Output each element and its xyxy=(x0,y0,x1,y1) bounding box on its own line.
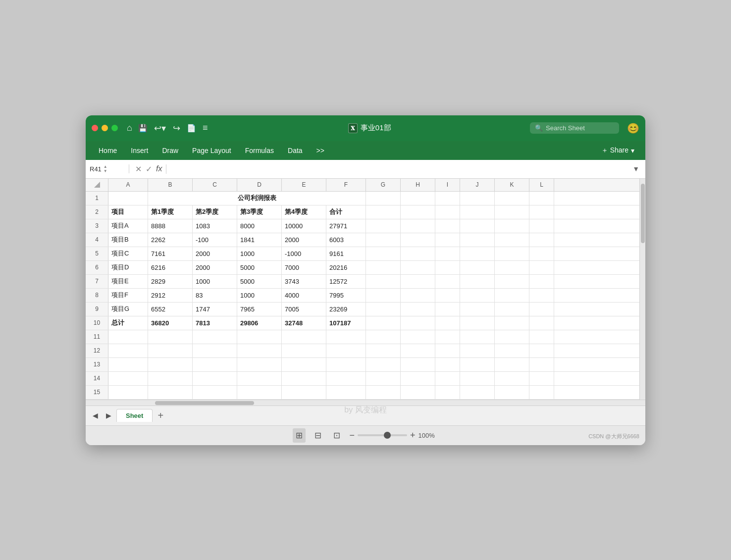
share-button[interactable]: ＋ Share ▾ xyxy=(596,144,639,157)
cell-l10[interactable] xyxy=(529,316,554,330)
cell-g12[interactable] xyxy=(366,344,401,357)
cell-d13[interactable] xyxy=(237,358,282,371)
cell-j1[interactable] xyxy=(460,192,495,205)
cell-i5[interactable] xyxy=(435,247,460,260)
cell-l11[interactable] xyxy=(529,330,554,344)
cell-d11[interactable] xyxy=(237,330,282,344)
cell-i14[interactable] xyxy=(435,372,460,385)
col-header-i[interactable]: I xyxy=(435,179,460,191)
cell-ref-arrows[interactable]: ▲ ▼ xyxy=(104,164,107,173)
cell-g13[interactable] xyxy=(366,358,401,371)
cell-reference[interactable]: R41 ▲ ▼ xyxy=(90,164,129,173)
cell-a15[interactable] xyxy=(108,386,148,399)
cell-g5[interactable] xyxy=(366,247,401,260)
cell-a10[interactable]: 总计 xyxy=(108,316,148,330)
cell-i3[interactable] xyxy=(435,219,460,233)
col-header-f[interactable]: F xyxy=(326,179,366,191)
cell-j2[interactable] xyxy=(460,205,495,219)
zoom-slider[interactable] xyxy=(358,434,407,436)
cell-e7[interactable]: 3743 xyxy=(282,275,326,288)
cell-a14[interactable] xyxy=(108,372,148,385)
cell-a4[interactable]: 项目B xyxy=(108,233,148,247)
cell-l4[interactable] xyxy=(529,233,554,247)
cell-f13[interactable] xyxy=(326,358,366,371)
cell-h1[interactable] xyxy=(401,192,435,205)
cell-c9[interactable]: 1747 xyxy=(193,303,237,316)
cell-c2[interactable]: 第2季度 xyxy=(193,205,237,219)
minimize-button[interactable] xyxy=(102,125,108,131)
cell-d6[interactable]: 5000 xyxy=(237,261,282,274)
cell-c15[interactable] xyxy=(193,386,237,399)
cell-h12[interactable] xyxy=(401,344,435,357)
cell-f9[interactable]: 23269 xyxy=(326,303,366,316)
menu-home[interactable]: Home xyxy=(92,144,124,157)
menu-page-layout[interactable]: Page Layout xyxy=(185,144,238,157)
cell-f4[interactable]: 6003 xyxy=(326,233,366,247)
cell-d15[interactable] xyxy=(237,386,282,399)
cell-j11[interactable] xyxy=(460,330,495,344)
vertical-scrollbar[interactable] xyxy=(639,179,645,400)
cell-l15[interactable] xyxy=(529,386,554,399)
cell-a13[interactable] xyxy=(108,358,148,371)
menu-formulas[interactable]: Formulas xyxy=(238,144,281,157)
cell-h11[interactable] xyxy=(401,330,435,344)
cell-f10[interactable]: 107187 xyxy=(326,316,366,330)
search-sheet-box[interactable]: 🔍 Search Sheet xyxy=(530,122,619,134)
col-header-h[interactable]: H xyxy=(401,179,435,191)
add-sheet-button[interactable]: + xyxy=(155,410,166,421)
cell-a1[interactable] xyxy=(108,192,148,205)
cell-g11[interactable] xyxy=(366,330,401,344)
cell-j3[interactable] xyxy=(460,219,495,233)
cell-e10[interactable]: 32748 xyxy=(282,316,326,330)
cancel-formula-icon[interactable]: ✕ xyxy=(135,164,142,174)
cell-i15[interactable] xyxy=(435,386,460,399)
cell-b11[interactable] xyxy=(148,330,193,344)
cell-k11[interactable] xyxy=(495,330,529,344)
cell-a8[interactable]: 项目F xyxy=(108,289,148,302)
cell-a5[interactable]: 项目C xyxy=(108,247,148,260)
cell-c14[interactable] xyxy=(193,372,237,385)
cell-d3[interactable]: 8000 xyxy=(237,219,282,233)
cell-h8[interactable] xyxy=(401,289,435,302)
cell-i11[interactable] xyxy=(435,330,460,344)
save-icon[interactable]: 💾 xyxy=(138,124,148,133)
cell-g9[interactable] xyxy=(366,303,401,316)
cell-i13[interactable] xyxy=(435,358,460,371)
cell-b4[interactable]: 2262 xyxy=(148,233,193,247)
cell-a9[interactable]: 项目G xyxy=(108,303,148,316)
select-all-icon[interactable] xyxy=(94,182,100,188)
cell-e4[interactable]: 2000 xyxy=(282,233,326,247)
cell-e2[interactable]: 第4季度 xyxy=(282,205,326,219)
col-header-c[interactable]: C xyxy=(193,179,237,191)
col-header-l[interactable]: L xyxy=(529,179,554,191)
cell-h6[interactable] xyxy=(401,261,435,274)
sheet-nav-next[interactable]: ▶ xyxy=(103,409,114,421)
cell-c7[interactable]: 1000 xyxy=(193,275,237,288)
cell-h14[interactable] xyxy=(401,372,435,385)
cell-d10[interactable]: 29806 xyxy=(237,316,282,330)
cell-f11[interactable] xyxy=(326,330,366,344)
cell-j14[interactable] xyxy=(460,372,495,385)
horizontal-scrollbar[interactable] xyxy=(86,400,645,406)
cell-h5[interactable] xyxy=(401,247,435,260)
cell-k2[interactable] xyxy=(495,205,529,219)
cell-j12[interactable] xyxy=(460,344,495,357)
cell-h9[interactable] xyxy=(401,303,435,316)
cell-e8[interactable]: 4000 xyxy=(282,289,326,302)
cell-l13[interactable] xyxy=(529,358,554,371)
cell-e13[interactable] xyxy=(282,358,326,371)
view-break-button[interactable]: ⊡ xyxy=(330,428,343,443)
cell-h13[interactable] xyxy=(401,358,435,371)
cell-b10[interactable]: 36820 xyxy=(148,316,193,330)
cell-b5[interactable]: 7161 xyxy=(148,247,193,260)
cell-h4[interactable] xyxy=(401,233,435,247)
cell-a11[interactable] xyxy=(108,330,148,344)
col-header-g[interactable]: G xyxy=(366,179,401,191)
cell-f8[interactable]: 7995 xyxy=(326,289,366,302)
redo-button[interactable]: ↪ xyxy=(171,123,182,134)
cell-j4[interactable] xyxy=(460,233,495,247)
cell-g7[interactable] xyxy=(366,275,401,288)
cell-f12[interactable] xyxy=(326,344,366,357)
cell-d14[interactable] xyxy=(237,372,282,385)
cell-b6[interactable]: 6216 xyxy=(148,261,193,274)
